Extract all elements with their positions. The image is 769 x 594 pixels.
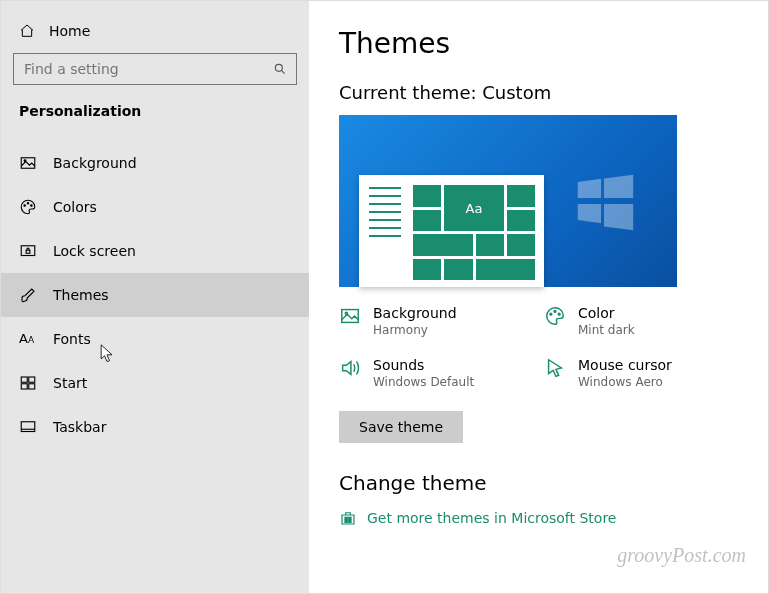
svg-point-5 (27, 203, 29, 205)
main-content: Themes Current theme: Custom Aa (309, 1, 768, 593)
sidebar: Home Personalization Background (1, 1, 309, 593)
sidebar-item-label: Background (53, 155, 137, 171)
preview-start-window: Aa (359, 175, 544, 287)
svg-point-17 (550, 313, 552, 315)
sidebar-nav: Background Colors Lock screen The (1, 141, 309, 449)
setting-background[interactable]: Background Harmony (339, 305, 514, 337)
sidebar-item-themes[interactable]: Themes (1, 273, 309, 317)
store-link-label: Get more themes in Microsoft Store (367, 510, 616, 526)
setting-value: Windows Aero (578, 375, 672, 389)
svg-rect-8 (26, 250, 30, 253)
svg-rect-21 (349, 517, 351, 519)
sidebar-item-label: Taskbar (53, 419, 106, 435)
picture-icon (19, 154, 37, 172)
sidebar-item-lockscreen[interactable]: Lock screen (1, 229, 309, 273)
sidebar-item-colors[interactable]: Colors (1, 185, 309, 229)
save-theme-button[interactable]: Save theme (339, 411, 463, 443)
sidebar-item-label: Themes (53, 287, 109, 303)
store-link[interactable]: Get more themes in Microsoft Store (339, 509, 738, 527)
svg-rect-13 (21, 422, 35, 432)
theme-settings-grid: Background Harmony Color Mint dark (339, 305, 719, 389)
page-title: Themes (339, 27, 738, 60)
setting-title: Mouse cursor (578, 357, 672, 373)
setting-value: Harmony (373, 323, 457, 337)
sidebar-item-label: Fonts (53, 331, 91, 347)
watermark: groovyPost.com (617, 544, 746, 567)
change-theme-heading: Change theme (339, 471, 738, 495)
sidebar-item-start[interactable]: Start (1, 361, 309, 405)
theme-preview: Aa (339, 115, 677, 287)
svg-rect-20 (345, 517, 347, 519)
home-icon (19, 23, 35, 39)
palette-icon (19, 198, 37, 216)
setting-sounds[interactable]: Sounds Windows Default (339, 357, 514, 389)
svg-rect-23 (349, 520, 351, 522)
home-button[interactable]: Home (1, 13, 309, 53)
fonts-icon: AA (19, 330, 37, 348)
svg-point-18 (554, 311, 556, 313)
svg-point-3 (24, 160, 26, 162)
search-input[interactable] (13, 53, 297, 85)
taskbar-icon (19, 418, 37, 436)
svg-point-6 (31, 205, 33, 207)
lockscreen-icon (19, 242, 37, 260)
sidebar-item-taskbar[interactable]: Taskbar (1, 405, 309, 449)
setting-value: Windows Default (373, 375, 474, 389)
current-theme-label: Current theme: Custom (339, 82, 738, 103)
svg-rect-10 (29, 377, 35, 382)
picture-icon (339, 305, 361, 327)
setting-mouse-cursor[interactable]: Mouse cursor Windows Aero (544, 357, 719, 389)
search-icon (273, 62, 287, 76)
svg-rect-12 (29, 384, 35, 389)
sidebar-item-fonts[interactable]: AA Fonts (1, 317, 309, 361)
home-label: Home (49, 23, 90, 39)
sidebar-item-background[interactable]: Background (1, 141, 309, 185)
svg-point-0 (275, 64, 282, 71)
palette-icon (544, 305, 566, 327)
svg-point-19 (558, 313, 560, 315)
sidebar-item-label: Start (53, 375, 87, 391)
category-heading: Personalization (1, 103, 309, 135)
settings-window: Home Personalization Background (0, 0, 769, 594)
start-icon (19, 374, 37, 392)
search-wrap (1, 53, 309, 103)
svg-rect-11 (21, 384, 27, 389)
svg-point-4 (24, 205, 26, 207)
setting-title: Color (578, 305, 635, 321)
svg-line-1 (281, 70, 284, 73)
setting-title: Background (373, 305, 457, 321)
cursor-icon (544, 357, 566, 379)
setting-color[interactable]: Color Mint dark (544, 305, 719, 337)
windows-logo-icon (569, 166, 639, 236)
svg-rect-22 (345, 520, 347, 522)
sidebar-item-label: Colors (53, 199, 97, 215)
sidebar-item-label: Lock screen (53, 243, 136, 259)
svg-rect-9 (21, 377, 27, 382)
store-icon (339, 509, 357, 527)
speaker-icon (339, 357, 361, 379)
setting-title: Sounds (373, 357, 474, 373)
svg-point-16 (345, 312, 347, 314)
brush-icon (19, 286, 37, 304)
setting-value: Mint dark (578, 323, 635, 337)
